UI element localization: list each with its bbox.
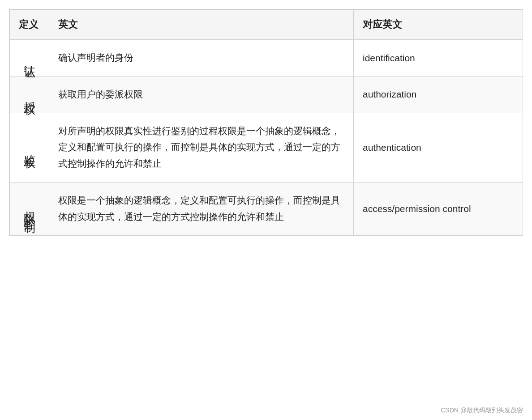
header-english: 英文 [49, 10, 354, 40]
table-row: 权限控制权限是一个抽象的逻辑概念，定义和配置可执行的操作，而控制是具体的实现方式… [10, 182, 523, 235]
cell-corresponding-english: authentication [354, 113, 523, 182]
table-header-row: 定义 英文 对应英文 [10, 10, 523, 40]
table-row: 授权获取用户的委派权限authorization [10, 76, 523, 113]
cell-definition: 权限控制 [10, 182, 49, 235]
cell-definition: 认证 [10, 40, 49, 76]
cell-definition: 鉴权 [10, 113, 49, 182]
main-table-wrapper: 定义 英文 对应英文 认证确认声明者的身份identification授权获取用… [9, 9, 523, 236]
cell-description: 确认声明者的身份 [49, 40, 354, 76]
cell-corresponding-english: access/permission control [354, 182, 523, 235]
watermark: CSDN @敲代码敲到头发茂密 [441, 407, 523, 415]
cell-corresponding-english: identification [354, 40, 523, 76]
cell-description: 权限是一个抽象的逻辑概念，定义和配置可执行的操作，而控制是具体的实现方式，通过一… [49, 182, 354, 235]
cell-description: 对所声明的权限真实性进行鉴别的过程权限是一个抽象的逻辑概念，定义和配置可执行的操… [49, 113, 354, 182]
table-row: 认证确认声明者的身份identification [10, 40, 523, 76]
cell-description: 获取用户的委派权限 [49, 76, 354, 113]
definition-table: 定义 英文 对应英文 认证确认声明者的身份identification授权获取用… [9, 9, 523, 235]
table-row: 鉴权对所声明的权限真实性进行鉴别的过程权限是一个抽象的逻辑概念，定义和配置可执行… [10, 113, 523, 182]
header-corresponding-english: 对应英文 [354, 10, 523, 40]
cell-definition: 授权 [10, 76, 49, 113]
header-definition: 定义 [10, 10, 49, 40]
cell-corresponding-english: authorization [354, 76, 523, 113]
